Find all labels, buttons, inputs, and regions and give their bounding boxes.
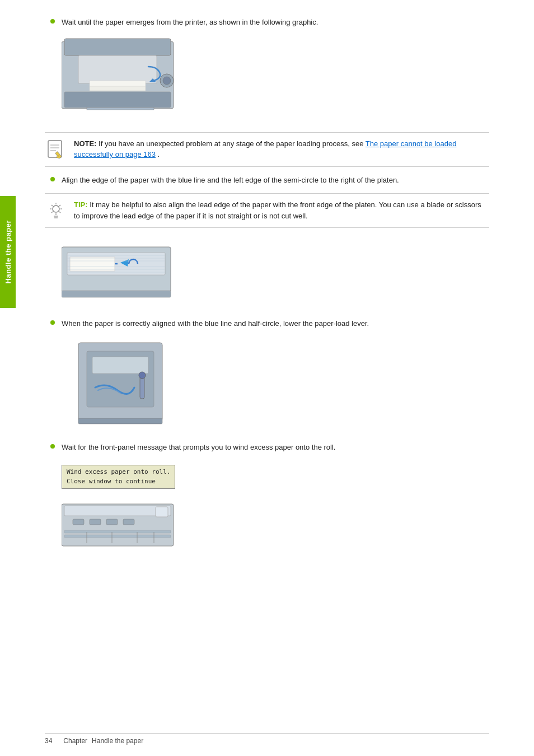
printer-illustration-1: [62, 36, 489, 124]
note-text-after: .: [158, 150, 160, 158]
bullet-text-1: Wait until the paper emerges from the pr…: [62, 17, 489, 28]
svg-rect-52: [64, 530, 171, 533]
svg-line-23: [59, 205, 60, 206]
svg-rect-32: [62, 291, 171, 297]
bullet-item-1: Wait until the paper emerges from the pr…: [50, 17, 489, 28]
printer-illustration-4: [62, 501, 489, 553]
svg-rect-49: [106, 519, 118, 525]
bullet-dot-4: [50, 444, 55, 449]
note-box: NOTE: If you have an unexpected problem …: [45, 132, 489, 167]
tip-icon: [45, 199, 67, 222]
bullet-item-2: Align the edge of the paper with the blu…: [50, 175, 489, 186]
svg-rect-51: [156, 507, 168, 517]
page-footer: 34 Chapter Handle the paper: [45, 733, 489, 745]
bullet-dot-2: [50, 177, 55, 181]
sidebar-tab-text: Handle the paper: [4, 220, 12, 283]
svg-line-22: [59, 212, 60, 213]
note-icon: [45, 138, 67, 161]
note-text: If you have an unexpected problem at any…: [99, 139, 366, 148]
printer-illustration-2: [62, 236, 489, 310]
lcd-display: Wind excess paper onto roll. Close windo…: [62, 465, 175, 489]
printer-illustration-3: [62, 337, 489, 434]
svg-rect-47: [73, 519, 84, 525]
lcd-line2: Close window to continue: [67, 477, 170, 487]
svg-rect-44: [78, 418, 162, 424]
tip-box: TIP: It may be helpful to also align the…: [45, 193, 489, 228]
svg-point-9: [163, 77, 171, 85]
svg-rect-48: [90, 519, 101, 525]
svg-rect-42: [140, 376, 144, 399]
bullet-dot-3: [50, 320, 55, 325]
bullet-text-2: Align the edge of the paper with the blu…: [62, 175, 489, 186]
bullet-item-4: Wait for the front-panel message that pr…: [50, 442, 489, 453]
tip-label: TIP:: [74, 200, 88, 209]
note-content: NOTE: If you have an unexpected problem …: [74, 138, 489, 160]
svg-rect-46: [64, 506, 171, 516]
note-label: NOTE:: [74, 139, 96, 148]
bullet-text-4: Wait for the front-panel message that pr…: [62, 442, 489, 453]
bullet-text-3: When the paper is correctly aligned with…: [62, 318, 489, 329]
svg-rect-30: [70, 257, 115, 271]
svg-rect-50: [123, 519, 134, 525]
tip-content: TIP: It may be helpful to also align the…: [74, 199, 489, 221]
bullet-dot-1: [50, 19, 55, 24]
footer-chapter-label: Chapter: [63, 737, 87, 745]
svg-rect-41: [92, 357, 148, 374]
footer-chapter-title: Handle the paper: [92, 737, 143, 745]
svg-rect-7: [87, 108, 154, 110]
svg-rect-6: [64, 92, 171, 108]
svg-rect-53: [64, 535, 171, 538]
svg-rect-2: [78, 55, 157, 83]
svg-point-43: [139, 372, 146, 379]
sidebar-tab: Handle the paper: [0, 196, 16, 308]
svg-line-24: [51, 212, 53, 213]
svg-point-16: [53, 206, 59, 212]
lcd-line1: Wind excess paper onto roll.: [67, 468, 170, 477]
footer-page-number: 34: [45, 737, 52, 745]
svg-line-21: [51, 205, 53, 206]
bullet-item-3: When the paper is correctly aligned with…: [50, 318, 489, 329]
tip-body: It may be helpful to also align the lead…: [74, 200, 481, 220]
svg-rect-1: [64, 39, 171, 55]
svg-rect-4: [90, 86, 146, 91]
